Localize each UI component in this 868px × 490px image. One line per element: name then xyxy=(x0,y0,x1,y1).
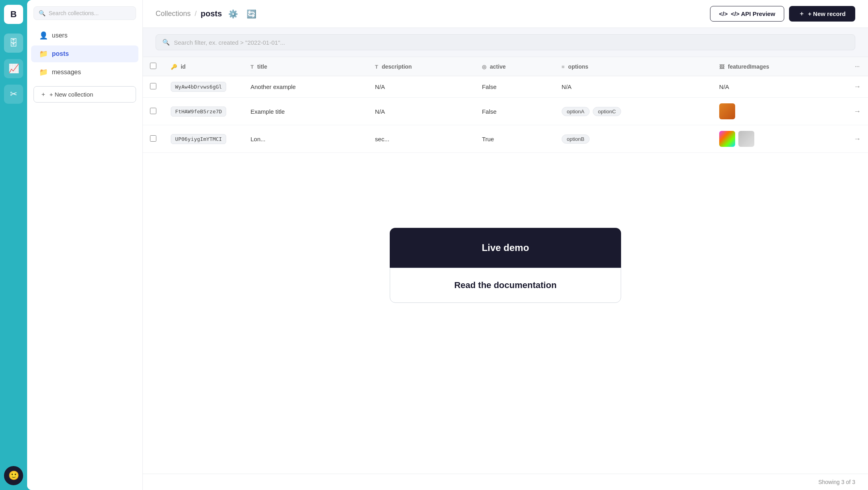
row3-checkbox[interactable] xyxy=(150,135,156,142)
sidebar-item-messages-label: messages xyxy=(52,69,81,76)
row3-description: sec... xyxy=(368,125,475,153)
th-more[interactable]: ··· xyxy=(846,57,868,76)
row2-id[interactable]: FtHAW9feB5rze7D xyxy=(164,98,243,125)
user-avatar[interactable]: 🙂 xyxy=(4,466,23,485)
th-featured-images-label: featuredImages xyxy=(728,63,769,70)
th-title-label: title xyxy=(257,63,267,70)
sidebar-search[interactable]: 🔍 Search collections... xyxy=(34,6,136,20)
sidebar: 🔍 Search collections... 👤 users 📁 posts … xyxy=(27,0,143,490)
read-docs-label: Read the documentation xyxy=(454,280,557,290)
plus-icon: ＋ xyxy=(40,91,46,98)
table-footer: Showing 3 of 3 xyxy=(143,474,868,490)
row1-active: False xyxy=(475,76,554,98)
app-logo[interactable]: B xyxy=(4,5,23,24)
search-icon: 🔍 xyxy=(39,10,45,16)
row1-checkbox[interactable] xyxy=(150,83,156,89)
code-icon: </> xyxy=(719,10,728,17)
live-demo-box: Live demo xyxy=(390,228,621,268)
th-active[interactable]: ◎ active xyxy=(475,57,554,76)
collection-settings-button[interactable]: ⚙️ xyxy=(226,7,240,21)
sidebar-search-placeholder: Search collections... xyxy=(49,10,99,16)
row2-description: N/A xyxy=(368,98,475,125)
th-title[interactable]: T title xyxy=(243,57,368,76)
row1-checkbox-cell xyxy=(143,76,164,98)
row1-options: N/A xyxy=(554,76,712,98)
row1-id-badge: WyAw4bDrvws6gGl xyxy=(171,82,226,92)
row2-options: optionA optionC xyxy=(554,98,712,125)
read-docs-button[interactable]: Read the documentation xyxy=(390,268,621,303)
api-preview-label: </> API Preview xyxy=(731,10,775,17)
new-collection-button[interactable]: ＋ + New collection xyxy=(34,86,136,103)
row1-arrow[interactable]: → xyxy=(846,76,868,98)
user-icon: 👤 xyxy=(39,31,48,40)
row2-title: Example title xyxy=(243,98,368,125)
app-container: 🔍 Search collections... 👤 users 📁 posts … xyxy=(27,0,868,490)
sidebar-item-posts[interactable]: 📁 posts xyxy=(31,45,138,62)
row3-title: Lon... xyxy=(243,125,368,153)
table-wrapper: 🔑 id T title T description ◎ xyxy=(143,57,868,474)
search-bar-wrapper: 🔍 Search filter, ex. created > "2022-01-… xyxy=(143,28,868,57)
th-select-all[interactable] xyxy=(143,57,164,76)
sidebar-item-users[interactable]: 👤 users xyxy=(31,27,138,44)
new-record-plus-icon: ＋ xyxy=(799,10,805,18)
th-active-label: active xyxy=(490,63,506,70)
select-all-checkbox[interactable] xyxy=(150,63,156,69)
records-count: Showing 3 of 3 xyxy=(818,479,855,485)
collection-refresh-button[interactable]: 🔄 xyxy=(244,7,258,21)
key-icon: 🔑 xyxy=(171,64,177,70)
collection-actions: ⚙️ 🔄 xyxy=(226,7,258,21)
search-bar[interactable]: 🔍 Search filter, ex. created > "2022-01-… xyxy=(156,34,855,50)
select-icon: ≡ xyxy=(562,64,565,70)
breadcrumb: Collections / posts ⚙️ 🔄 xyxy=(156,7,258,21)
table-row: FtHAW9feB5rze7D Example title N/A False … xyxy=(143,98,868,125)
row3-image-rainbow xyxy=(719,131,735,147)
row2-arrow[interactable]: → xyxy=(846,98,868,125)
row1-title: Another example xyxy=(243,76,368,98)
row1-options-na: N/A xyxy=(562,83,572,90)
live-demo-label: Live demo xyxy=(482,242,529,253)
row2-images xyxy=(712,98,846,125)
th-options[interactable]: ≡ options xyxy=(554,57,712,76)
th-description[interactable]: T description xyxy=(368,57,475,76)
icon-bar-database[interactable]: 🗄 xyxy=(4,34,23,53)
bool-icon: ◎ xyxy=(482,64,486,70)
file-icon: 🖼 xyxy=(719,64,724,70)
row3-id[interactable]: UP06yiygImYTMCI xyxy=(164,125,243,153)
row1-description: N/A xyxy=(368,76,475,98)
new-record-label: + New record xyxy=(808,10,846,17)
row2-option-c: optionC xyxy=(593,107,621,116)
row2-option-a: optionA xyxy=(562,107,590,116)
row3-arrow-icon: → xyxy=(854,135,861,143)
breadcrumb-separator: / xyxy=(195,10,197,18)
table-header-row: 🔑 id T title T description ◎ xyxy=(143,57,868,76)
table-row: UP06yiygImYTMCI Lon... sec... True optio… xyxy=(143,125,868,153)
row1-images-na: N/A xyxy=(719,83,729,90)
search-filter-icon: 🔍 xyxy=(162,39,170,46)
row1-images: N/A xyxy=(712,76,846,98)
th-description-label: description xyxy=(382,63,412,70)
sidebar-item-users-label: users xyxy=(52,32,67,39)
overlay-inner: Live demo Read the documentation xyxy=(390,228,621,303)
icon-bar: B 🗄 📈 ✂ 🙂 xyxy=(0,0,27,490)
api-preview-button[interactable]: </> </> API Preview xyxy=(710,6,785,22)
row3-active: True xyxy=(475,125,554,153)
row3-arrow[interactable]: → xyxy=(846,125,868,153)
row2-arrow-icon: → xyxy=(854,107,861,115)
breadcrumb-collections[interactable]: Collections xyxy=(156,10,191,18)
icon-bar-settings[interactable]: ✂ xyxy=(4,85,23,104)
row3-id-badge: UP06yiygImYTMCI xyxy=(171,134,226,144)
row1-id[interactable]: WyAw4bDrvws6gGl xyxy=(164,76,243,98)
row2-checkbox[interactable] xyxy=(150,108,156,114)
row3-options: optionB xyxy=(554,125,712,153)
th-id[interactable]: 🔑 id xyxy=(164,57,243,76)
row3-checkbox-cell xyxy=(143,125,164,153)
sidebar-item-messages[interactable]: 📁 messages xyxy=(31,64,138,81)
row3-option-b: optionB xyxy=(562,134,590,144)
th-options-label: options xyxy=(568,63,588,70)
icon-bar-analytics[interactable]: 📈 xyxy=(4,59,23,78)
text-icon-title: T xyxy=(251,64,254,70)
new-record-button[interactable]: ＋ + New record xyxy=(789,6,855,22)
row2-id-badge: FtHAW9feB5rze7D xyxy=(171,107,226,117)
th-featured-images[interactable]: 🖼 featuredImages xyxy=(712,57,846,76)
row2-checkbox-cell xyxy=(143,98,164,125)
